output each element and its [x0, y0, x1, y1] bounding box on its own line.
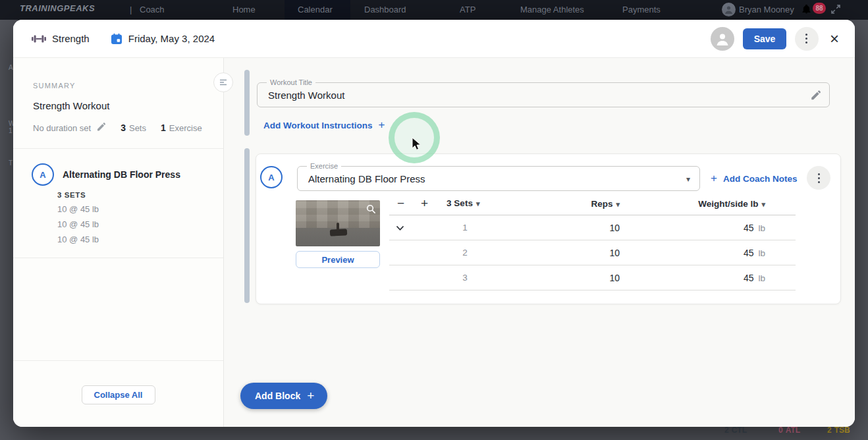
nav-item-atp[interactable]: ATP	[460, 5, 475, 14]
exercise-count: 1	[161, 123, 166, 133]
exercise-count-label: Exercise	[169, 123, 202, 133]
remove-set-button[interactable]: −	[394, 196, 407, 210]
exercise-block-drag-handle[interactable]	[244, 148, 250, 303]
weight-unit: lb	[758, 223, 765, 233]
duration-text: No duration set	[33, 123, 91, 133]
summary-set-line: 10 @ 45 lb	[57, 234, 203, 244]
exercise-letter-badge: A	[32, 163, 54, 186]
sets-table: − + 3 Sets▾ Reps▾ Weight/side lb▾ 1 10 4…	[389, 192, 796, 290]
add-coach-notes-label: Add Coach Notes	[723, 174, 798, 184]
add-coach-notes-link[interactable]: + Add Coach Notes	[711, 172, 797, 185]
reps-column-header[interactable]: Reps▾	[591, 199, 620, 209]
edit-title-icon[interactable]	[810, 90, 821, 103]
notification-count-badge[interactable]: 88	[813, 3, 826, 14]
calendar-icon	[111, 33, 122, 45]
summary-workout-title: Strength Workout	[33, 100, 203, 111]
weight-column-header[interactable]: Weight/side lb▾	[698, 199, 765, 209]
dumbbell-icon	[32, 34, 46, 43]
add-block-label: Add Block	[255, 391, 300, 401]
exercise-demo-figure-arm	[337, 223, 339, 231]
nav-item-home[interactable]: Home	[232, 5, 256, 14]
person-icon	[715, 32, 730, 46]
set-number: 3	[416, 273, 514, 283]
reps-value[interactable]: 10	[514, 223, 620, 233]
weight-value[interactable]: 45	[744, 248, 754, 258]
workout-builder-main: Workout Title Add Workout Instructions +…	[224, 58, 855, 427]
collapse-panel-icon	[219, 78, 228, 87]
add-workout-instructions-label: Add Workout Instructions	[263, 121, 373, 130]
weight-value[interactable]: 45	[744, 273, 754, 283]
sets-table-header: − + 3 Sets▾ Reps▾ Weight/side lb▾	[389, 192, 796, 215]
app-top-nav: TRAININGPEAKS | Coach Home Calendar Dash…	[0, 0, 868, 20]
user-avatar-small[interactable]	[722, 3, 736, 16]
chevron-down-icon: ▾	[761, 200, 765, 208]
sets-dropdown[interactable]: 3 Sets▾	[447, 198, 479, 208]
set-number: 2	[416, 248, 514, 258]
nav-item-payments[interactable]: Payments	[622, 5, 661, 14]
collapse-all-button[interactable]: Collapse All	[82, 385, 155, 404]
title-block-drag-handle[interactable]	[244, 70, 250, 136]
plus-icon: +	[711, 172, 717, 185]
exercise-video-thumbnail[interactable]	[296, 200, 380, 246]
weight-unit: lb	[758, 248, 765, 258]
chevron-down-icon: ▾	[476, 200, 480, 207]
exercise-block-card: A Exercise Alternating DB Floor Press ▾ …	[256, 153, 841, 304]
expand-set-chevron-icon[interactable]	[396, 222, 404, 233]
more-options-button[interactable]	[795, 27, 819, 51]
fullscreen-expand-icon[interactable]	[831, 5, 840, 16]
exercise-letter-badge: A	[260, 166, 283, 188]
add-workout-instructions-link[interactable]: Add Workout Instructions +	[263, 119, 385, 132]
workout-type-label: Strength	[52, 33, 90, 44]
preview-button[interactable]: Preview	[296, 251, 380, 268]
background-edge-letter: T	[9, 159, 13, 167]
sidebar-collapse-button[interactable]	[213, 72, 233, 92]
background-edge-letter: A	[9, 64, 13, 71]
weight-unit: lb	[758, 273, 765, 283]
save-button[interactable]: Save	[743, 28, 786, 49]
sidebar-divider	[13, 360, 223, 361]
nav-item-calendar[interactable]: Calendar	[298, 5, 333, 14]
summary-exercise-item[interactable]: A Alternating DB Floor Press 3 SETS 10 @…	[13, 149, 223, 258]
notification-bell-icon[interactable]	[801, 4, 811, 17]
chevron-down-icon: ▾	[686, 167, 690, 192]
user-name[interactable]: Bryan Mooney	[739, 5, 794, 14]
nav-item-manage-athletes[interactable]: Manage Athletes	[520, 5, 584, 14]
background-edge-letter: 1	[9, 127, 13, 134]
modal-header: Strength Friday, May 3, 2024 Save ×	[13, 20, 855, 58]
reps-value[interactable]: 10	[514, 273, 620, 283]
set-row: 2 10 45lb	[389, 240, 796, 265]
set-row: 1 10 45lb	[389, 215, 796, 240]
reps-value[interactable]: 10	[514, 248, 620, 258]
person-icon	[724, 5, 734, 14]
add-block-button[interactable]: Add Block +	[240, 383, 327, 409]
edit-duration-icon[interactable]	[96, 122, 106, 134]
add-set-button[interactable]: +	[418, 196, 431, 211]
weight-value[interactable]: 45	[744, 223, 754, 233]
summary-sidebar: SUMMARY Strength Workout No duration set…	[13, 58, 224, 427]
tsb-stat: 2TSB	[827, 426, 850, 435]
workout-type: Strength	[32, 33, 90, 44]
magnifier-icon[interactable]	[366, 204, 376, 214]
plus-icon: +	[307, 389, 314, 403]
summary-sets-heading: 3 SETS	[57, 191, 203, 199]
workout-date-label: Friday, May 3, 2024	[128, 33, 215, 44]
athlete-avatar[interactable]	[711, 27, 734, 51]
workout-title-field[interactable]: Workout Title	[257, 82, 830, 107]
nav-coach-label: Coach	[140, 5, 165, 14]
workout-title-input[interactable]	[258, 83, 829, 107]
exercise-select[interactable]: Exercise Alternating DB Floor Press ▾	[297, 166, 700, 191]
workout-date[interactable]: Friday, May 3, 2024	[111, 33, 215, 45]
summary-set-line: 10 @ 45 lb	[57, 219, 203, 229]
summary-exercise-name: Alternating DB Floor Press	[63, 169, 180, 180]
ctl-stat: 2CTL	[724, 426, 747, 435]
exercise-select-value: Alternating DB Floor Press	[308, 167, 425, 192]
sets-count-label: Sets	[129, 123, 146, 133]
sets-count: 3	[121, 123, 126, 133]
workout-editor-modal: Strength Friday, May 3, 2024 Save × SUMM…	[13, 20, 855, 427]
exercise-options-button[interactable]	[807, 166, 830, 190]
close-icon[interactable]: ×	[827, 30, 842, 48]
plus-icon: +	[379, 119, 385, 132]
nav-divider: |	[130, 5, 132, 14]
trainingpeaks-logo[interactable]: TRAININGPEAKS	[20, 3, 95, 13]
nav-item-dashboard[interactable]: Dashboard	[364, 5, 406, 14]
